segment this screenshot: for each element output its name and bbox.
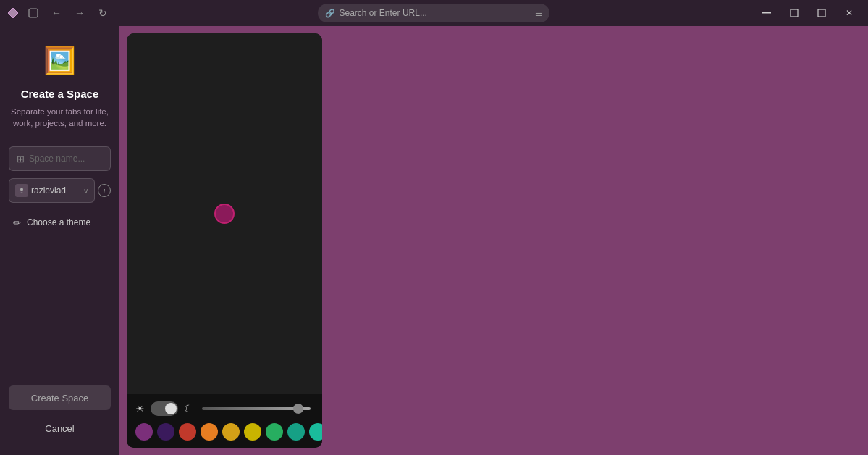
space-name-field[interactable]: ⊞ Space name...	[9, 146, 111, 171]
slider-thumb	[293, 404, 303, 414]
dark-mode-toggle[interactable]	[151, 401, 178, 416]
address-bar[interactable]: 🔗 Search or Enter URL... ⚌	[318, 4, 549, 22]
titlebar-left: ← → ↻	[6, 3, 113, 23]
info-button[interactable]: i	[98, 184, 111, 197]
theme-controls: ☀ ☾	[127, 394, 322, 448]
color-swatch-purple[interactable]	[135, 423, 153, 441]
color-swatch-teal[interactable]	[287, 423, 305, 441]
color-swatch-dark-purple[interactable]	[157, 423, 174, 441]
space-illustration: 🖼️	[35, 41, 85, 80]
cancel-button[interactable]: Cancel	[9, 416, 111, 441]
chevron-down-icon: ∨	[83, 187, 88, 195]
theme-panel: ☀ ☾	[127, 33, 322, 448]
window-tab-icon	[26, 6, 41, 20]
color-swatch-yellow[interactable]	[244, 423, 261, 441]
color-swatch-red[interactable]	[179, 423, 196, 441]
space-name-icon: ⊞	[17, 154, 25, 164]
theme-preview	[127, 33, 322, 394]
svg-point-5	[20, 188, 23, 191]
app-logo-icon	[6, 6, 20, 20]
user-avatar	[15, 184, 28, 197]
user-selector[interactable]: razievlad ∨	[9, 178, 95, 203]
background-content	[329, 26, 868, 455]
svg-rect-3	[791, 9, 798, 17]
user-name: razievlad	[31, 185, 80, 196]
close-button[interactable]: ✕	[836, 3, 862, 23]
color-palette	[135, 423, 313, 441]
minimize-button[interactable]	[754, 3, 780, 23]
sun-icon: ☀	[135, 403, 145, 414]
restore-button[interactable]	[809, 3, 835, 23]
create-space-button[interactable]: Create Space	[9, 385, 111, 410]
link-icon: 🔗	[325, 9, 335, 18]
sidebar: 🖼️ Create a Space Separate your tabs for…	[0, 26, 119, 455]
forward-button[interactable]: →	[69, 3, 90, 23]
address-text: Search or Enter URL...	[340, 8, 427, 18]
svg-rect-2	[762, 12, 771, 14]
color-swatch-green[interactable]	[266, 423, 283, 441]
svg-rect-1	[29, 9, 38, 17]
brightness-slider[interactable]	[202, 407, 311, 410]
theme-toggle-row: ☀ ☾	[135, 401, 313, 416]
svg-rect-4	[818, 9, 825, 17]
theme-label: Choose a theme	[27, 217, 90, 228]
color-swatch-cyan[interactable]	[309, 423, 322, 441]
filter-icon: ⚌	[535, 9, 542, 18]
toggle-thumb	[165, 403, 177, 414]
sidebar-subtitle: Separate your tabs for life, work, proje…	[9, 106, 111, 129]
nav-controls: ← → ↻	[46, 3, 113, 23]
brush-icon: ✏	[13, 217, 21, 228]
back-button[interactable]: ←	[46, 3, 67, 23]
titlebar: ← → ↻ 🔗 Search or Enter URL... ⚌	[0, 0, 868, 26]
refresh-button[interactable]: ↻	[93, 3, 113, 23]
color-swatch-gold[interactable]	[222, 423, 240, 441]
titlebar-center: 🔗 Search or Enter URL... ⚌	[113, 4, 754, 22]
main-content: 🖼️ Create a Space Separate your tabs for…	[0, 26, 868, 455]
window-controls: ✕	[754, 3, 862, 23]
svg-marker-0	[8, 8, 18, 18]
choose-theme-button[interactable]: ✏ Choose a theme	[9, 210, 111, 235]
color-swatch-orange[interactable]	[201, 423, 218, 441]
sidebar-title: Create a Space	[21, 88, 99, 100]
maximize-button[interactable]	[781, 3, 807, 23]
theme-preview-circle	[214, 204, 235, 224]
moon-icon: ☾	[184, 403, 193, 414]
space-name-placeholder: Space name...	[29, 154, 85, 164]
